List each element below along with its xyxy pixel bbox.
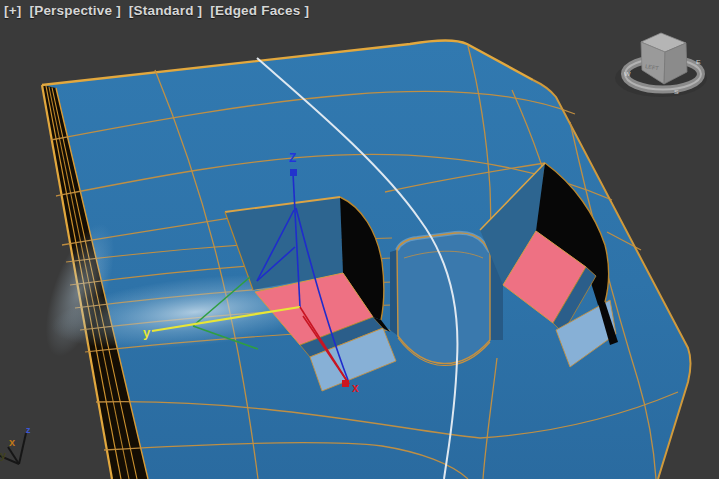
center-block[interactable] — [390, 233, 503, 366]
world-axis-tripod: z x y — [0, 425, 31, 464]
center-block-face — [397, 233, 490, 364]
gizmo-z-handle[interactable] — [290, 169, 297, 176]
world-axis-z-label: z — [26, 425, 31, 435]
world-axis-y-label: y — [0, 449, 7, 461]
viewport-menu-shading[interactable]: [Edged Faces ] — [210, 3, 309, 18]
viewport-canvas[interactable]: Z y x W S E — [0, 0, 719, 479]
viewport-menu-standard[interactable]: [Standard ] — [129, 3, 202, 18]
viewport-menu-general[interactable]: [+] — [4, 3, 21, 18]
world-axis-x-label: x — [9, 436, 16, 448]
gizmo-x-label: x — [352, 381, 359, 395]
editable-poly-mesh[interactable] — [32, 41, 691, 479]
viewport-menu-pov[interactable]: [Perspective ] — [29, 3, 120, 18]
compass-east-label[interactable]: E — [696, 59, 701, 65]
gizmo-z-label: Z — [289, 151, 296, 165]
viewport-label-bar: [+] [Perspective ] [Standard ] [Edged Fa… — [4, 3, 309, 18]
viewcube[interactable]: W S E LEFT — [615, 33, 707, 97]
gizmo-x-handle[interactable] — [342, 380, 349, 387]
viewport[interactable]: [+] [Perspective ] [Standard ] [Edged Fa… — [0, 0, 719, 479]
compass-south-label[interactable]: S — [674, 89, 679, 95]
gizmo-y-label: y — [143, 325, 151, 340]
compass-west-label[interactable]: W — [624, 71, 631, 77]
